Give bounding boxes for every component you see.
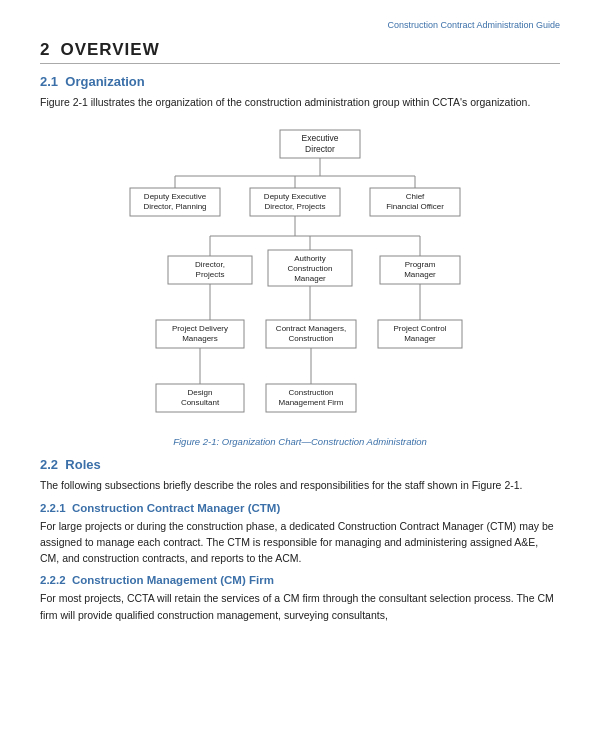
- figure-caption: Figure 2-1: Organization Chart—Construct…: [40, 436, 560, 447]
- svg-text:Deputy Executive: Deputy Executive: [144, 192, 207, 201]
- svg-text:Program: Program: [405, 260, 436, 269]
- svg-text:Director: Director: [305, 144, 335, 154]
- subsection-2-2-1-number: 2.2.1: [40, 502, 72, 514]
- svg-text:Financial Officer: Financial Officer: [386, 202, 444, 211]
- subsection-2-2-1-body: For large projects or during the constru…: [40, 518, 560, 567]
- subsection-2-2-2-title: 2.2.2 Construction Management (CM) Firm: [40, 574, 560, 586]
- subsection-2-1-title: 2.1 Organization: [40, 74, 560, 89]
- svg-text:Projects: Projects: [196, 270, 225, 279]
- svg-text:Manager: Manager: [404, 334, 436, 343]
- subsection-2-2-2-number: 2.2.2: [40, 574, 72, 586]
- section-label: Overview: [60, 40, 159, 59]
- org-chart-svg: Executive Director Deputy Executive Dire…: [40, 120, 560, 430]
- svg-text:Construction: Construction: [288, 264, 333, 273]
- svg-text:Executive: Executive: [302, 133, 339, 143]
- svg-text:Managers: Managers: [182, 334, 218, 343]
- svg-text:Authority: Authority: [294, 254, 326, 263]
- svg-text:Manager: Manager: [404, 270, 436, 279]
- svg-text:Chief: Chief: [406, 192, 425, 201]
- svg-text:Director, Planning: Director, Planning: [143, 202, 206, 211]
- svg-text:Management Firm: Management Firm: [279, 398, 344, 407]
- svg-text:Manager: Manager: [294, 274, 326, 283]
- svg-text:Construction: Construction: [289, 334, 334, 343]
- subsection-2-2-title: 2.2 Roles: [40, 457, 560, 472]
- subsection-2-2-number: 2.2: [40, 457, 65, 472]
- svg-text:Project Delivery: Project Delivery: [172, 324, 228, 333]
- svg-text:Design: Design: [188, 388, 213, 397]
- svg-text:Contract Managers,: Contract Managers,: [276, 324, 346, 333]
- org-chart: Executive Director Deputy Executive Dire…: [40, 120, 560, 430]
- section-number: 2: [40, 40, 60, 59]
- subsection-2-2-2-body: For most projects, CCTA will retain the …: [40, 590, 560, 623]
- page: Construction Contract Administration Gui…: [0, 0, 600, 657]
- svg-text:Director, Projects: Director, Projects: [265, 202, 326, 211]
- subsection-2-2-body: The following subsections briefly descri…: [40, 477, 560, 493]
- subsection-2-1-body: Figure 2-1 illustrates the organization …: [40, 94, 560, 110]
- subsection-2-2-1-title: 2.2.1 Construction Contract Manager (CTM…: [40, 502, 560, 514]
- page-header: Construction Contract Administration Gui…: [40, 20, 560, 30]
- svg-text:Deputy Executive: Deputy Executive: [264, 192, 327, 201]
- svg-text:Construction: Construction: [289, 388, 334, 397]
- header-title: Construction Contract Administration Gui…: [387, 20, 560, 30]
- svg-text:Director,: Director,: [195, 260, 225, 269]
- svg-text:Project Control: Project Control: [394, 324, 447, 333]
- svg-text:Consultant: Consultant: [181, 398, 220, 407]
- subsection-2-1-number: 2.1: [40, 74, 65, 89]
- section-2-title: 2 Overview: [40, 40, 560, 64]
